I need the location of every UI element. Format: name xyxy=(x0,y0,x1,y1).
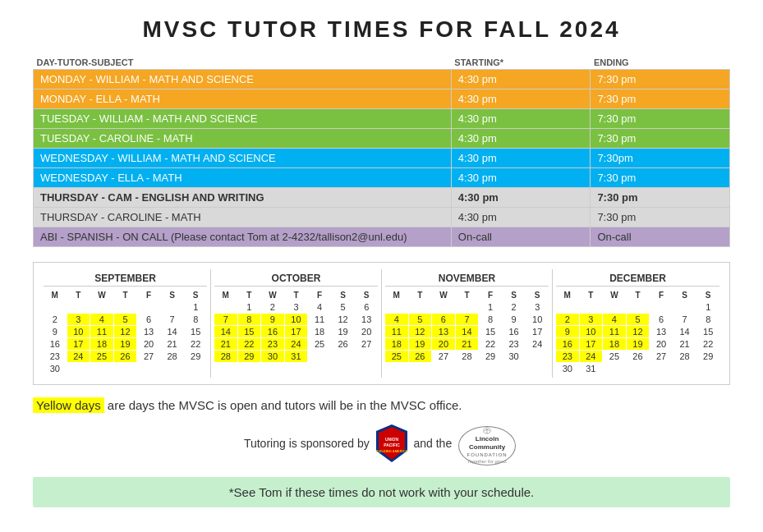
month-title: SEPTEMBER xyxy=(44,273,207,287)
cal-day: 22 xyxy=(238,338,261,350)
table-row: ABI - SPANISH - ON CALL (Please contact … xyxy=(34,227,730,247)
schedule-end: 7:30 pm xyxy=(591,208,730,227)
schedule-end: 7:30 pm xyxy=(591,188,730,208)
cal-day: 27 xyxy=(650,351,673,362)
col-header-starting: STARTING* xyxy=(451,56,591,70)
cal-day: 4 xyxy=(308,301,331,313)
cal-day: 2 xyxy=(556,314,579,325)
cal-day-header: F xyxy=(137,290,160,300)
cal-day: 5 xyxy=(627,314,650,325)
cal-day: 7 xyxy=(161,314,184,325)
cal-day: 21 xyxy=(214,338,237,350)
cal-day: 26 xyxy=(332,338,355,350)
cal-day: 14 xyxy=(214,326,237,337)
cal-day: 25 xyxy=(385,351,408,362)
cal-day: 10 xyxy=(67,326,90,337)
cal-day-header: W xyxy=(261,290,284,300)
calendar-grid: MTWTFSS123456789101112131415161718192021… xyxy=(385,290,549,362)
calendar-month: SEPTEMBERMTWTFSS123456789101112131415161… xyxy=(40,269,211,378)
cal-day: 12 xyxy=(627,326,650,337)
cal-day: 4 xyxy=(603,314,626,325)
cal-day: 27 xyxy=(355,338,378,350)
cal-day: 20 xyxy=(355,326,378,337)
cal-day: 4 xyxy=(385,314,408,325)
cal-day: 13 xyxy=(650,326,673,337)
cal-day: 1 xyxy=(479,301,502,313)
cal-day-header: W xyxy=(432,290,455,300)
schedule-subject: THURSDAY - CAM - ENGLISH AND WRITING xyxy=(34,188,452,208)
cal-empty-cell xyxy=(44,301,67,313)
cal-day: 10 xyxy=(285,314,308,325)
cal-empty-cell xyxy=(409,301,432,313)
calendar-grid: MTWTFSS123456789101112131415161718192021… xyxy=(556,290,719,374)
schedule-end: 7:30 pm xyxy=(591,129,730,149)
cal-day-header: S xyxy=(184,290,207,300)
schedule-subject: TUESDAY - CAROLINE - MATH xyxy=(34,129,452,149)
cal-day-header: M xyxy=(214,290,237,300)
cal-day: 9 xyxy=(261,314,284,325)
table-row: TUESDAY - WILLIAM - MATH AND SCIENCE4:30… xyxy=(34,109,730,129)
table-row: MONDAY - WILLIAM - MATH AND SCIENCE4:30 … xyxy=(34,70,730,89)
cal-day: 28 xyxy=(673,351,696,362)
cal-day-header: T xyxy=(285,290,308,300)
cal-day: 7 xyxy=(456,314,479,325)
cal-day: 2 xyxy=(503,301,526,313)
schedule-end: On-call xyxy=(591,227,730,247)
cal-day-header: M xyxy=(556,290,579,300)
schedule-end: 7:30 pm xyxy=(591,70,730,89)
cal-day: 21 xyxy=(456,338,479,350)
cal-day-header: W xyxy=(603,290,626,300)
cal-day-header: W xyxy=(90,290,113,300)
month-title: NOVEMBER xyxy=(385,273,549,287)
schedule-subject: WEDNESDAY - ELLA - MATH xyxy=(34,168,452,188)
yellow-days-highlight: Yellow days xyxy=(33,397,104,413)
cal-day: 1 xyxy=(184,301,207,313)
cal-day: 18 xyxy=(90,338,113,350)
cal-day-header: S xyxy=(332,290,355,300)
cal-day: 30 xyxy=(503,351,526,362)
cal-day-header: T xyxy=(409,290,432,300)
cal-day: 16 xyxy=(261,326,284,337)
cal-day: 25 xyxy=(90,351,113,362)
cal-empty-cell xyxy=(580,301,603,313)
cal-day: 30 xyxy=(261,351,284,362)
cal-day: 14 xyxy=(673,326,696,337)
cal-empty-cell xyxy=(161,301,184,313)
cal-day: 17 xyxy=(285,326,308,337)
schedule-end: 7:30 pm xyxy=(591,89,730,109)
cal-day-header: S xyxy=(355,290,378,300)
cal-day: 9 xyxy=(44,326,67,337)
cal-day: 26 xyxy=(627,351,650,362)
cal-empty-cell xyxy=(90,301,113,313)
cal-day: 10 xyxy=(526,314,549,325)
page-title: MVSC TUTOR TIMES FOR FALL 2024 xyxy=(33,16,730,43)
cal-day: 24 xyxy=(580,351,603,362)
cal-empty-cell xyxy=(627,301,650,313)
schedule-start: 4:30 pm xyxy=(451,129,591,149)
union-pacific-icon: UNION PACIFIC BUILDING AMERICA xyxy=(376,424,407,462)
cal-day: 31 xyxy=(580,363,603,374)
lincoln-line2: Community xyxy=(469,443,505,452)
footer-text: *See Tom if these times do not work with… xyxy=(229,485,535,499)
lincoln-line4: Together for good. xyxy=(467,459,508,466)
table-row: WEDNESDAY - WILLIAM - MATH AND SCIENCE4:… xyxy=(34,149,730,168)
cal-day: 14 xyxy=(456,326,479,337)
cal-day: 24 xyxy=(526,338,549,350)
cal-day-header: S xyxy=(161,290,184,300)
cal-day-header: T xyxy=(456,290,479,300)
cal-day: 12 xyxy=(114,326,137,337)
cal-day: 15 xyxy=(479,326,502,337)
calendar-grid: MTWTFSS123456789101112131415161718192021… xyxy=(214,290,378,362)
cal-day: 7 xyxy=(673,314,696,325)
cal-day: 20 xyxy=(650,338,673,350)
schedule-table: DAY-TUTOR-SUBJECT STARTING* ENDING MONDA… xyxy=(33,56,730,247)
cal-empty-cell xyxy=(556,301,579,313)
lincoln-line1: Lincoln xyxy=(476,435,499,443)
cal-day: 17 xyxy=(526,326,549,337)
cal-day: 9 xyxy=(503,314,526,325)
cal-day-header: S xyxy=(696,290,719,300)
cal-day: 2 xyxy=(261,301,284,313)
sponsor-text-before: Tutoring is sponsored by xyxy=(244,437,370,450)
cal-day: 24 xyxy=(67,351,90,362)
calendar: SEPTEMBERMTWTFSS123456789101112131415161… xyxy=(33,262,730,385)
